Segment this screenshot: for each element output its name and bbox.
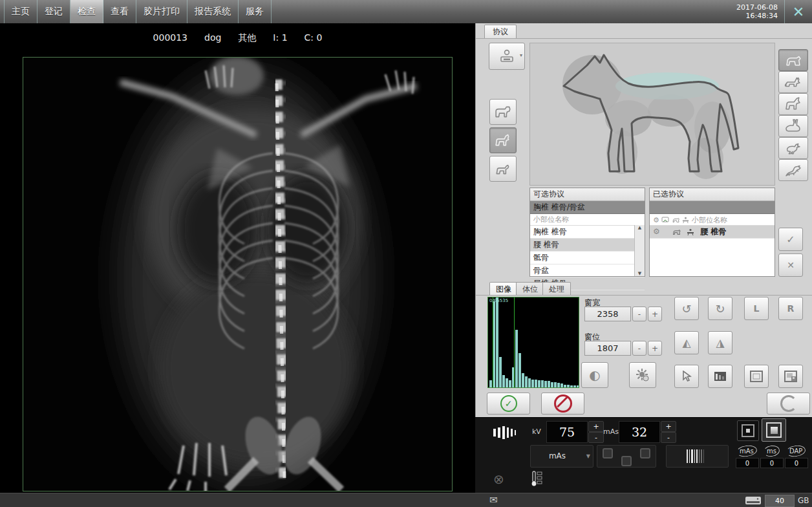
tab-processing[interactable]: 处理 bbox=[542, 282, 571, 296]
protocol-row[interactable]: 骨盆 bbox=[530, 264, 645, 277]
tab-position[interactable]: 体位 bbox=[516, 282, 544, 296]
image-accept-button[interactable]: ✓ bbox=[487, 393, 530, 415]
window-level-value[interactable]: 1807 bbox=[584, 341, 631, 356]
barcode-button[interactable] bbox=[666, 445, 729, 468]
window-level-plus-button[interactable]: + bbox=[648, 341, 662, 356]
datetime-display: 2017-06-08 16:48:34 bbox=[736, 0, 784, 23]
protocol-panel: 协议 ▾ bbox=[475, 23, 812, 417]
image-adjust-button[interactable] bbox=[708, 365, 732, 388]
date-text: 2017-06-08 bbox=[736, 3, 778, 12]
menu-item-exam[interactable]: 检查 bbox=[70, 0, 103, 23]
dog-size-large-button[interactable] bbox=[489, 99, 517, 125]
image-reset-button[interactable] bbox=[767, 393, 810, 415]
status-bar: ✉ 40 GB bbox=[0, 493, 812, 507]
selected-group-row bbox=[650, 201, 775, 214]
menu-item-report-system[interactable]: 报告系统 bbox=[187, 0, 239, 23]
contrast-button[interactable]: ◐ bbox=[581, 362, 608, 388]
menu-item-view[interactable]: 查看 bbox=[103, 0, 136, 23]
tab-image[interactable]: 图像 bbox=[489, 282, 518, 296]
marker-l-button[interactable]: L bbox=[744, 297, 769, 320]
brightness-settings-button[interactable] bbox=[629, 362, 656, 388]
species-lizard-button[interactable] bbox=[778, 159, 808, 181]
tab-divider bbox=[476, 38, 812, 39]
chevron-down-icon: ▼ bbox=[586, 453, 590, 459]
c-counter: C: 0 bbox=[304, 32, 323, 44]
menu-item-service[interactable]: 服务 bbox=[239, 0, 272, 23]
collimator-icon bbox=[492, 423, 520, 442]
selected-column-label: 小部位名称 bbox=[692, 215, 727, 226]
window-width-minus-button[interactable]: - bbox=[632, 307, 646, 321]
exposure-mode-dropdown[interactable]: mAs ▼ bbox=[530, 445, 593, 468]
focus-small-button[interactable] bbox=[737, 420, 759, 441]
image-reject-button[interactable] bbox=[541, 393, 584, 415]
window-level-minus-button[interactable]: - bbox=[632, 341, 646, 356]
mas-plus-button[interactable]: + bbox=[661, 421, 676, 432]
aec-chamber-left[interactable] bbox=[603, 448, 613, 458]
protocol-remove-button[interactable]: ✕ bbox=[778, 253, 803, 277]
protocol-group-row[interactable]: 胸椎 椎骨/骨盆 bbox=[530, 201, 645, 214]
dog-size-medium-button[interactable] bbox=[489, 127, 517, 153]
tab-protocol[interactable]: 协议 bbox=[484, 25, 517, 39]
pointer-tool-button[interactable] bbox=[674, 365, 699, 388]
marker-r-button[interactable]: R bbox=[778, 297, 803, 320]
storage-unit: GB bbox=[798, 496, 809, 505]
species-dog-button[interactable] bbox=[778, 49, 808, 71]
window-width-value[interactable]: 2358 bbox=[584, 307, 631, 321]
close-icon[interactable]: ✕ bbox=[784, 0, 812, 23]
operator-device-button[interactable]: ▾ bbox=[489, 43, 525, 70]
dog-anatomy-diagram[interactable] bbox=[529, 43, 775, 186]
protocol-accept-button[interactable]: ✓ bbox=[778, 228, 803, 251]
kv-minus-button[interactable]: - bbox=[588, 432, 604, 443]
scroll-down-icon[interactable]: ▼ bbox=[638, 271, 641, 276]
kv-plus-button[interactable]: + bbox=[588, 421, 604, 432]
menu-item-film-print[interactable]: 胶片打印 bbox=[136, 0, 187, 23]
cat-icon bbox=[785, 78, 800, 86]
histogram-range-label: 0/65535 bbox=[489, 298, 508, 303]
menu-item-register[interactable]: 登记 bbox=[37, 0, 70, 23]
large-dog-icon bbox=[496, 107, 510, 116]
focus-large-button[interactable] bbox=[762, 418, 786, 442]
flip-vertical-icon: ◭ bbox=[682, 336, 690, 349]
histogram-thumbnail[interactable]: 0/65535 bbox=[487, 297, 579, 388]
image-counter: I: 1 bbox=[273, 32, 287, 44]
aec-chamber-right[interactable] bbox=[640, 448, 650, 458]
check-icon: ✓ bbox=[786, 233, 795, 246]
meter-mas-label: mAs bbox=[736, 446, 758, 457]
species-rabbit-button[interactable] bbox=[778, 115, 808, 137]
full-view-button[interactable] bbox=[744, 365, 769, 388]
histogram-marker-high[interactable] bbox=[514, 297, 515, 387]
species-cat-button[interactable] bbox=[778, 71, 808, 93]
marker-r-label: R bbox=[787, 303, 795, 314]
patient-species: 其他 bbox=[238, 32, 256, 44]
protocol-row[interactable]: 胸椎 椎骨 bbox=[530, 226, 645, 239]
selected-protocol-row[interactable]: ⚙ 腰 椎骨 bbox=[650, 226, 775, 239]
histogram-marker-low[interactable] bbox=[493, 297, 493, 387]
protocol-row[interactable]: 骶骨 bbox=[530, 252, 645, 264]
patient-name: dog bbox=[204, 32, 221, 44]
top-menu-bar: 主页 登记 检查 查看 胶片打印 报告系统 服务 2017-06-08 16:4… bbox=[0, 0, 812, 23]
gear-icon: ⚙ bbox=[653, 215, 659, 226]
dog-size-small-button[interactable] bbox=[489, 156, 517, 182]
meter-dap-value: 0 bbox=[785, 458, 808, 468]
species-bird-button[interactable] bbox=[778, 137, 808, 159]
flip-vertical-button[interactable]: ◭ bbox=[674, 331, 699, 354]
rotate-cw-button[interactable]: ↻ bbox=[708, 297, 732, 320]
menu-item-home[interactable]: 主页 bbox=[4, 0, 37, 23]
image-tab-divider bbox=[476, 295, 812, 296]
flip-horizontal-icon: ◮ bbox=[716, 336, 724, 349]
available-list-scrollbar[interactable]: ▲▼ bbox=[634, 225, 645, 276]
aec-chamber-center[interactable] bbox=[621, 456, 632, 466]
xray-image[interactable] bbox=[23, 57, 453, 491]
mail-icon[interactable]: ✉ bbox=[489, 494, 498, 506]
protocol-row-selected[interactable]: 腰 椎骨 bbox=[530, 239, 645, 252]
flip-horizontal-button[interactable]: ◮ bbox=[708, 331, 732, 354]
kv-value[interactable]: 75 bbox=[546, 421, 588, 443]
mas-value[interactable]: 32 bbox=[619, 421, 660, 443]
selected-protocol-label: 腰 椎骨 bbox=[700, 226, 726, 238]
mas-minus-button[interactable]: - bbox=[661, 432, 676, 443]
save-view-button[interactable] bbox=[778, 365, 803, 388]
rotate-ccw-button[interactable]: ↺ bbox=[674, 297, 699, 320]
scroll-up-icon[interactable]: ▲ bbox=[638, 225, 641, 230]
window-width-plus-button[interactable]: + bbox=[648, 307, 662, 321]
species-horse-button[interactable] bbox=[778, 93, 808, 115]
